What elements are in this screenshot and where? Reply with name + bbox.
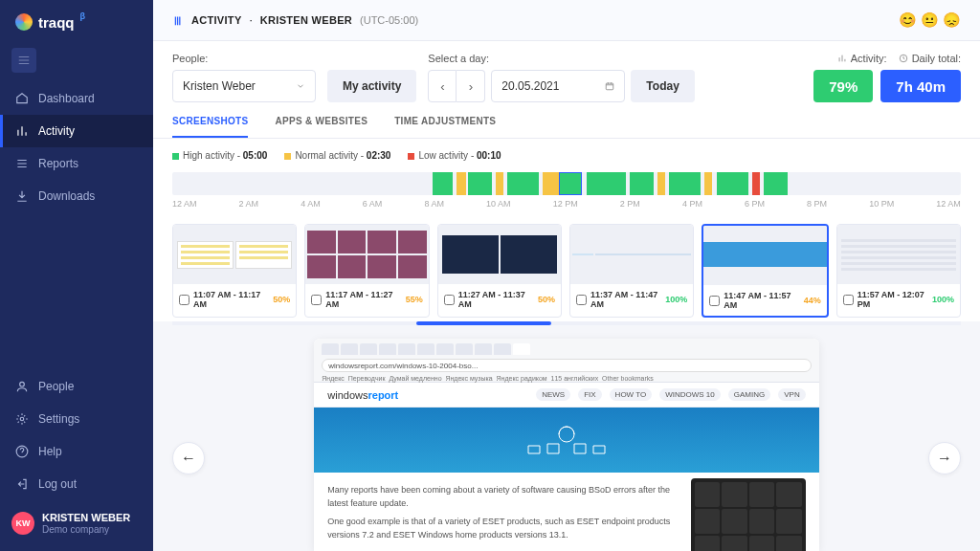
activity-pct: 100%	[932, 295, 954, 304]
date-pager: ‹ ›	[428, 70, 485, 102]
next-day-button[interactable]: ›	[457, 70, 485, 102]
time-range: 11:47 AM - 11:57 AM	[724, 291, 799, 310]
select-checkbox[interactable]	[311, 295, 322, 305]
nav-logout[interactable]: Log out	[0, 468, 153, 500]
my-activity-button[interactable]: My activity	[327, 70, 416, 102]
dot-low-icon	[408, 153, 414, 160]
svg-point-1	[20, 417, 24, 421]
timeline[interactable]: 12 AM2 AM4 AM6 AM8 AM10 AM12 PM2 PM4 PM6…	[153, 172, 980, 216]
select-checkbox[interactable]	[444, 295, 455, 305]
emoji-happy-icon[interactable]: 😊	[899, 11, 917, 29]
help-icon	[15, 445, 29, 458]
tab-apps-websites[interactable]: APPS & WEBSITES	[275, 116, 368, 138]
people-select[interactable]: Kristen Weber	[172, 70, 316, 102]
article-image	[691, 478, 806, 551]
screenshot-card[interactable]: 11:57 AM - 12:07 PM100%	[836, 224, 961, 318]
download-icon	[15, 189, 29, 203]
thumbnail	[703, 226, 826, 285]
sidebar: traqq β Dashboard Activity Reports Downl…	[0, 0, 153, 551]
nav-downloads[interactable]: Downloads	[0, 180, 153, 212]
bars-icon	[837, 54, 847, 63]
activity-legend: High activity - 05:00 Normal activity - …	[153, 139, 980, 172]
thumbnail	[305, 225, 428, 284]
svg-rect-3	[607, 83, 614, 90]
thumbnail	[438, 225, 561, 284]
preview-image[interactable]: windowsreport.com/windows-10-2004-bso...…	[314, 339, 818, 551]
tab-time-adjustments[interactable]: TIME ADJUSTMENTS	[394, 116, 496, 138]
prev-day-button[interactable]: ‹	[428, 70, 457, 102]
select-checkbox[interactable]	[709, 296, 720, 306]
screenshot-card[interactable]: 11:27 AM - 11:37 AM50%	[437, 224, 562, 318]
dot-normal-icon	[284, 153, 291, 160]
nav-dashboard[interactable]: Dashboard	[0, 82, 153, 115]
calendar-icon	[605, 81, 614, 91]
time-range: 11:17 AM - 11:27 AM	[325, 290, 401, 309]
preview-url: windowsreport.com/windows-10-2004-bso...	[322, 359, 811, 372]
next-screenshot-button[interactable]: →	[928, 442, 961, 474]
content-tabs: SCREENSHOTS APPS & WEBSITES TIME ADJUSTM…	[153, 102, 980, 139]
bars-icon	[15, 124, 29, 138]
screenshot-card[interactable]: 11:07 AM - 11:17 AM50%	[172, 224, 297, 318]
logout-icon	[15, 477, 29, 491]
screenshot-cards: 11:07 AM - 11:17 AM50%11:17 AM - 11:27 A…	[153, 216, 980, 321]
brand-name: traqq	[38, 14, 75, 31]
dot-high-icon	[172, 153, 179, 160]
emoji-neutral-icon[interactable]: 😐	[921, 11, 939, 29]
home-icon	[15, 92, 29, 105]
crumb-tz: (UTC-05:00)	[360, 14, 418, 26]
activity-pct: 44%	[804, 296, 821, 305]
select-checkbox[interactable]	[179, 295, 189, 305]
filter-bar: People: Kristen Weber My activity Select…	[153, 41, 980, 102]
time-range: 11:57 AM - 12:07 PM	[858, 290, 928, 309]
logo: traqq β	[0, 0, 153, 44]
screenshot-card[interactable]: 11:47 AM - 11:57 AM44%	[702, 224, 828, 318]
time-range: 11:07 AM - 11:17 AM	[193, 290, 269, 309]
thumbnail	[570, 225, 693, 284]
emoji-sad-icon[interactable]: 😞	[943, 11, 961, 29]
nav-help[interactable]: Help	[0, 435, 153, 468]
people-label: People:	[172, 53, 316, 64]
cards-scrollbar[interactable]	[172, 321, 961, 325]
menu-toggle-button[interactable]	[11, 48, 36, 73]
logo-mark-icon	[15, 13, 33, 31]
hamburger-icon	[17, 54, 31, 67]
screenshot-preview: ← → windowsreport.com/windows-10-2004-bs…	[153, 333, 980, 551]
activity-pct: 50%	[273, 295, 290, 304]
gear-icon	[15, 412, 29, 426]
select-checkbox[interactable]	[843, 295, 854, 305]
select-checkbox[interactable]	[576, 295, 587, 305]
chevron-down-icon	[296, 81, 305, 91]
nav-people[interactable]: People	[0, 370, 153, 403]
breadcrumb: ⫼ ACTIVITY · KRISTEN WEBER (UTC-05:00) 😊…	[153, 0, 980, 41]
prev-screenshot-button[interactable]: ←	[172, 442, 205, 474]
activity-pct: 50%	[538, 295, 555, 304]
bars-icon: ⫼	[172, 13, 184, 27]
beta-badge: β	[80, 11, 86, 21]
user-block[interactable]: KW KRISTEN WEBER Demo company	[0, 500, 153, 551]
user-name: KRISTEN WEBER	[42, 512, 130, 524]
time-range: 11:27 AM - 11:37 AM	[458, 290, 534, 309]
list-icon	[15, 157, 29, 170]
screenshot-card[interactable]: 11:37 AM - 11:47 AM100%	[569, 224, 694, 318]
time-range: 11:37 AM - 11:47 AM	[590, 290, 661, 309]
screenshot-card[interactable]: 11:17 AM - 11:27 AM55%	[304, 224, 429, 318]
tab-screenshots[interactable]: SCREENSHOTS	[172, 116, 248, 138]
activity-pct: 55%	[406, 295, 423, 304]
feedback-emojis[interactable]: 😊😐😞	[899, 11, 961, 29]
nav-activity[interactable]: Activity	[0, 115, 153, 147]
daily-total: 7h 40m	[880, 70, 961, 102]
user-company: Demo company	[42, 524, 130, 536]
thumbnail	[837, 225, 960, 284]
svg-point-0	[20, 382, 25, 386]
crumb-section: ACTIVITY	[191, 14, 242, 26]
stats: Activity: Daily total: 79% 7h 40m	[813, 53, 961, 102]
date-input[interactable]: 20.05.2021	[491, 70, 625, 102]
activity-pct: 79%	[813, 70, 873, 102]
today-button[interactable]: Today	[631, 70, 694, 102]
nav-settings[interactable]: Settings	[0, 403, 153, 435]
avatar: KW	[11, 512, 34, 535]
person-icon	[15, 380, 29, 393]
main: ⫼ ACTIVITY · KRISTEN WEBER (UTC-05:00) 😊…	[153, 0, 980, 551]
nav-reports[interactable]: Reports	[0, 147, 153, 180]
clock-icon	[899, 54, 908, 63]
